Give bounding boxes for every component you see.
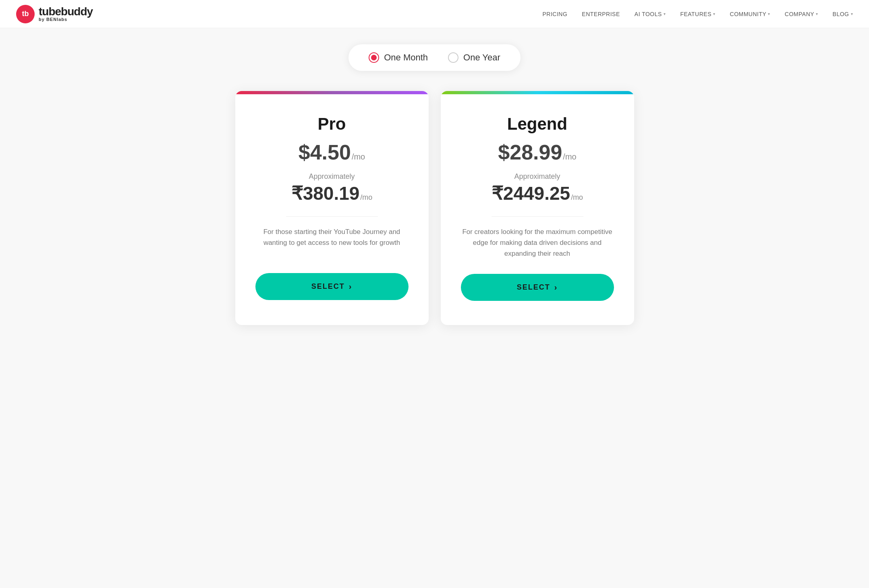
approx-label-pro: Approximately xyxy=(255,172,409,181)
select-button-pro[interactable]: SELECT › xyxy=(255,273,409,300)
plan-description-legend: For creators looking for the maximum com… xyxy=(461,226,614,259)
billing-month-label: One Month xyxy=(384,52,428,63)
radio-month[interactable] xyxy=(369,52,379,63)
local-period-pro: /mo xyxy=(360,193,372,202)
logo-name: tubebuddy xyxy=(39,6,93,17)
divider-legend xyxy=(492,216,583,217)
card-body-pro: Pro $4.50 /mo Approximately ₹380.19 /mo … xyxy=(235,94,429,324)
pricing-card-legend: Legend $28.99 /mo Approximately ₹2449.25… xyxy=(441,91,634,325)
card-body-legend: Legend $28.99 /mo Approximately ₹2449.25… xyxy=(441,94,634,325)
billing-option-year[interactable]: One Year xyxy=(448,52,500,63)
chevron-down-icon: ▾ xyxy=(816,12,818,16)
nav-item-blog[interactable]: BLOG ▾ xyxy=(833,11,853,17)
local-period-legend: /mo xyxy=(571,193,583,202)
chevron-down-icon: ▾ xyxy=(851,12,853,16)
price-local-legend: ₹2449.25 /mo xyxy=(461,182,614,204)
billing-toggle: One Month One Year xyxy=(348,44,521,71)
card-top-border-pro xyxy=(235,91,429,94)
pricing-cards: Pro $4.50 /mo Approximately ₹380.19 /mo … xyxy=(201,91,668,325)
select-button-legend[interactable]: SELECT › xyxy=(461,274,614,301)
price-period-pro: /mo xyxy=(352,152,365,161)
radio-year[interactable] xyxy=(448,52,458,63)
price-local-pro: ₹380.19 /mo xyxy=(255,182,409,204)
price-main-legend: $28.99 /mo xyxy=(461,140,614,164)
pricing-card-pro: Pro $4.50 /mo Approximately ₹380.19 /mo … xyxy=(235,91,429,325)
plan-description-pro: For those starting their YouTube Journey… xyxy=(255,226,409,259)
local-price-pro: ₹380.19 xyxy=(291,182,360,204)
nav-item-ai-tools[interactable]: AI TOOLS ▾ xyxy=(635,11,666,17)
price-amount-pro: $4.50 xyxy=(299,140,351,164)
divider-pro xyxy=(286,216,378,217)
plan-name-pro: Pro xyxy=(255,114,409,134)
nav-item-features[interactable]: FEATURES ▾ xyxy=(680,11,715,17)
nav-item-company[interactable]: COMPANY ▾ xyxy=(785,11,818,17)
price-amount-legend: $28.99 xyxy=(498,140,562,164)
navigation: tb tubebuddy by BENlabs PRICING ENTERPRI… xyxy=(0,0,869,28)
nav-item-enterprise[interactable]: ENTERPRISE xyxy=(582,11,620,17)
local-price-legend: ₹2449.25 xyxy=(492,182,570,204)
radio-month-inner xyxy=(371,55,377,60)
nav-item-community[interactable]: COMMUNITY ▾ xyxy=(730,11,770,17)
chevron-down-icon: ▾ xyxy=(768,12,770,16)
card-top-border-legend xyxy=(441,91,634,94)
logo-sub: by BENlabs xyxy=(39,17,93,22)
billing-year-label: One Year xyxy=(463,52,500,63)
logo-text: tubebuddy by BENlabs xyxy=(39,6,93,22)
chevron-down-icon: ▾ xyxy=(713,12,716,16)
chevron-down-icon: ▾ xyxy=(664,12,666,16)
logo[interactable]: tb tubebuddy by BENlabs xyxy=(16,5,93,23)
arrow-icon-legend: › xyxy=(554,283,558,292)
nav-menu: PRICING ENTERPRISE AI TOOLS ▾ FEATURES ▾… xyxy=(542,11,853,17)
main-content: One Month One Year Pro $4.50 /mo Approxi… xyxy=(193,28,676,341)
price-period-legend: /mo xyxy=(563,152,576,161)
plan-name-legend: Legend xyxy=(461,114,614,134)
approx-label-legend: Approximately xyxy=(461,172,614,181)
price-main-pro: $4.50 /mo xyxy=(255,140,409,164)
logo-icon: tb xyxy=(16,5,35,23)
arrow-icon-pro: › xyxy=(349,282,353,291)
billing-option-month[interactable]: One Month xyxy=(369,52,428,63)
nav-item-pricing[interactable]: PRICING xyxy=(542,11,567,17)
